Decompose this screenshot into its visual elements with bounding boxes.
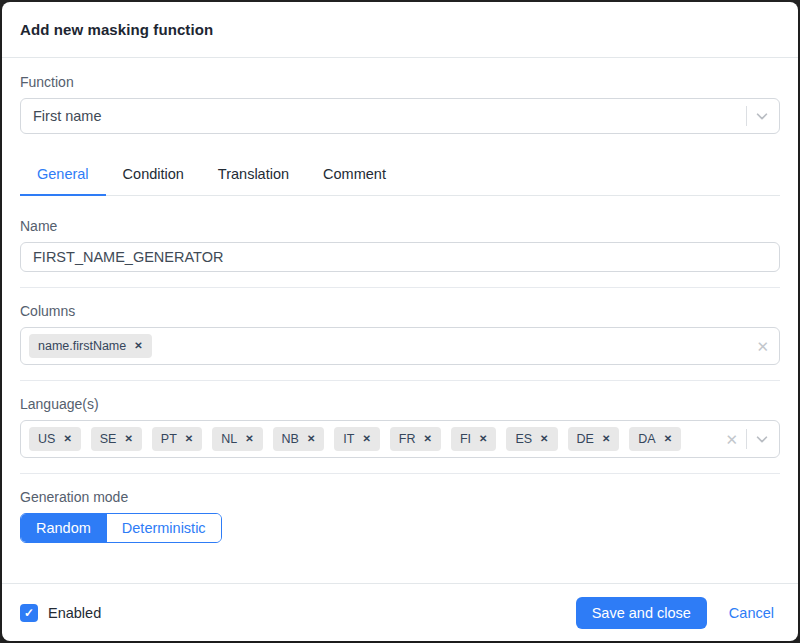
tag-label: NL (221, 432, 237, 446)
tab-translation[interactable]: Translation (201, 156, 306, 196)
tag-label: IT (343, 432, 354, 446)
tag-label: SE (100, 432, 117, 446)
chevron-down-icon[interactable] (755, 432, 769, 446)
save-and-close-button[interactable]: Save and close (576, 597, 707, 629)
remove-tag-icon[interactable]: ✕ (185, 434, 193, 444)
remove-tag-icon[interactable]: ✕ (63, 434, 71, 444)
language-tag-de: DE ✕ (568, 427, 620, 451)
tag-label: NB (282, 432, 299, 446)
function-select-controls (746, 106, 769, 126)
remove-tag-icon[interactable]: ✕ (540, 434, 548, 444)
language-tags: US ✕ SE ✕ PT ✕ NL ✕ NB ✕ (27, 425, 725, 453)
remove-tag-icon[interactable]: ✕ (307, 434, 315, 444)
tab-label: Condition (123, 166, 184, 182)
tag-label: DA (638, 432, 655, 446)
language-tag-nl: NL ✕ (212, 427, 262, 451)
cancel-link[interactable]: Cancel (729, 605, 774, 621)
tab-label: Comment (323, 166, 386, 182)
section-divider (20, 473, 780, 474)
language-tag-pt: PT ✕ (152, 427, 202, 451)
clear-icon[interactable]: ✕ (756, 339, 769, 354)
generation-mode-label: Generation mode (20, 489, 780, 505)
section-divider (20, 287, 780, 288)
remove-tag-icon[interactable]: ✕ (664, 434, 672, 444)
column-tag-name-firstname: name.firstName ✕ (29, 334, 152, 358)
tag-label: ES (515, 432, 532, 446)
languages-select-controls: ✕ (725, 429, 769, 449)
tab-bar: General Condition Translation Comment (20, 156, 780, 196)
tag-label: FI (460, 432, 471, 446)
mode-button-label: Deterministic (122, 520, 206, 536)
tag-label: DE (577, 432, 594, 446)
select-separator (746, 429, 747, 449)
tab-general[interactable]: General (20, 156, 106, 196)
columns-select-controls: ✕ (756, 339, 769, 354)
remove-tag-icon[interactable]: ✕ (124, 434, 132, 444)
function-label: Function (20, 74, 780, 90)
tag-label: US (38, 432, 55, 446)
chevron-down-icon[interactable] (755, 109, 769, 123)
name-label: Name (20, 218, 780, 234)
remove-tag-icon[interactable]: ✕ (479, 434, 487, 444)
languages-multiselect[interactable]: US ✕ SE ✕ PT ✕ NL ✕ NB ✕ (20, 420, 780, 458)
remove-tag-icon[interactable]: ✕ (134, 341, 142, 351)
tag-label: FR (399, 432, 416, 446)
columns-label: Columns (20, 303, 780, 319)
clear-icon[interactable]: ✕ (725, 432, 738, 447)
languages-label: Language(s) (20, 396, 780, 412)
remove-tag-icon[interactable]: ✕ (245, 434, 253, 444)
columns-tags: name.firstName ✕ (27, 332, 756, 360)
language-tag-it: IT ✕ (334, 427, 380, 451)
language-tag-se: SE ✕ (91, 427, 142, 451)
function-select[interactable]: First name (20, 98, 780, 134)
tab-comment[interactable]: Comment (306, 156, 403, 196)
remove-tag-icon[interactable]: ✕ (362, 434, 370, 444)
dialog-footer: ✓ Enabled Save and close Cancel (2, 583, 798, 641)
mode-button-deterministic[interactable]: Deterministic (106, 514, 221, 542)
columns-multiselect[interactable]: name.firstName ✕ ✕ (20, 327, 780, 365)
enabled-label: Enabled (48, 605, 101, 621)
tag-label: PT (161, 432, 177, 446)
tab-label: Translation (218, 166, 289, 182)
mode-button-label: Random (36, 520, 91, 536)
language-tag-es: ES ✕ (506, 427, 557, 451)
function-select-value: First name (33, 108, 746, 124)
section-divider (20, 380, 780, 381)
dialog-body: Function First name General Condition Tr… (2, 58, 798, 583)
name-input[interactable] (20, 242, 780, 272)
language-tag-fi: FI ✕ (451, 427, 497, 451)
remove-tag-icon[interactable]: ✕ (602, 434, 610, 444)
language-tag-nb: NB ✕ (273, 427, 325, 451)
language-tag-fr: FR ✕ (390, 427, 441, 451)
language-tag-us: US ✕ (29, 427, 81, 451)
enabled-control: ✓ Enabled (20, 604, 101, 622)
dialog-header: Add new masking function (2, 2, 798, 58)
footer-actions: Save and close Cancel (576, 597, 774, 629)
add-masking-function-dialog: Add new masking function Function First … (2, 2, 798, 641)
select-separator (746, 106, 747, 126)
tab-label: General (37, 166, 89, 182)
enabled-checkbox[interactable]: ✓ (20, 604, 38, 622)
tab-condition[interactable]: Condition (106, 156, 201, 196)
tag-label: name.firstName (38, 339, 126, 353)
generation-mode-group: Random Deterministic (20, 513, 222, 543)
remove-tag-icon[interactable]: ✕ (424, 434, 432, 444)
checkmark-icon: ✓ (24, 607, 34, 619)
mode-button-random[interactable]: Random (21, 514, 106, 542)
dialog-title: Add new masking function (20, 21, 213, 38)
language-tag-da: DA ✕ (629, 427, 681, 451)
